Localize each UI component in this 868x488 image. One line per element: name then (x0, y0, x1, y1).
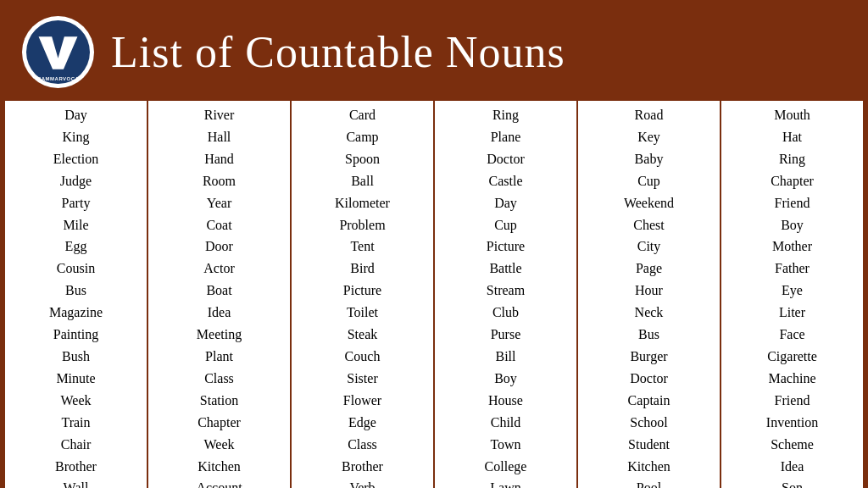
word-item: Liter (779, 302, 805, 324)
word-item: Bird (350, 258, 374, 280)
word-item: Battle (489, 258, 521, 280)
word-item: Cousin (57, 258, 95, 280)
word-item: River (204, 104, 235, 126)
word-item: Judge (60, 170, 92, 192)
word-item: Child (491, 412, 521, 434)
word-item: Invention (766, 412, 818, 434)
word-item: Card (349, 104, 376, 126)
word-item: Door (205, 236, 233, 258)
word-item: Camp (346, 126, 378, 148)
word-item: Week (60, 390, 91, 412)
word-item: Cup (494, 214, 517, 236)
word-item: Scheme (771, 434, 814, 456)
word-item: Picture (487, 236, 525, 258)
page-title: List of Countable Nouns (111, 27, 565, 77)
word-item: Cup (637, 170, 660, 192)
column-1: DayKingElectionJudgePartyMileEggCousinBu… (5, 101, 148, 488)
word-item: Castle (489, 170, 523, 192)
word-item: Hall (208, 126, 231, 148)
word-item: Boy (494, 368, 517, 390)
word-item: Hand (204, 148, 234, 170)
word-item: Brother (342, 456, 383, 478)
word-item: Page (636, 258, 662, 280)
word-item: Kitchen (627, 456, 670, 478)
word-item: Flower (343, 390, 381, 412)
word-item: Spoon (345, 148, 380, 170)
word-item: Year (207, 192, 231, 214)
word-item: Father (775, 258, 810, 280)
word-item: Hour (635, 280, 663, 302)
word-item: Day (494, 192, 517, 214)
word-item: Lawn (490, 477, 520, 488)
word-item: Account (196, 477, 242, 488)
word-item: Baby (635, 148, 664, 170)
word-item: Chapter (771, 170, 814, 192)
word-item: Train (61, 412, 90, 434)
word-item: Coat (206, 214, 231, 236)
word-item: Magazine (49, 302, 103, 324)
word-item: Meeting (197, 324, 242, 346)
word-item: Chair (61, 434, 92, 456)
word-item: Pool (637, 477, 661, 488)
word-item: Minute (56, 368, 95, 390)
logo-svg (35, 29, 81, 75)
word-item: Student (628, 434, 670, 456)
word-item: Plane (491, 126, 521, 148)
word-item: College (485, 456, 527, 478)
word-item: Verb (349, 477, 375, 488)
word-item: Bus (638, 324, 659, 346)
word-item: Mouth (774, 104, 810, 126)
word-item: Idea (781, 456, 804, 478)
word-item: Plant (205, 346, 233, 368)
word-item: Ring (779, 148, 805, 170)
column-6: MouthHatRingChapterFriendBoyMotherFather… (721, 101, 863, 488)
word-item: Weekend (624, 192, 674, 214)
word-item: Class (204, 368, 234, 390)
word-item: Face (779, 324, 804, 346)
column-3: CardCampSpoonBallKilometerProblemTentBir… (292, 101, 435, 488)
word-item: Mother (772, 236, 812, 258)
word-item: Burger (630, 346, 667, 368)
word-item: Steak (348, 324, 378, 346)
word-item: Bush (62, 346, 90, 368)
word-item: Town (490, 434, 520, 456)
word-item: Eye (782, 280, 803, 302)
word-item: Chapter (198, 412, 241, 434)
column-2: RiverHallHandRoomYearCoatDoorActorBoatId… (148, 101, 292, 488)
word-item: Picture (343, 280, 381, 302)
word-item: Ring (492, 104, 519, 126)
word-item: Son (782, 477, 803, 488)
word-item: Purse (491, 324, 521, 346)
content-area: DayKingElectionJudgePartyMileEggCousinBu… (5, 98, 863, 488)
word-item: Neck (635, 302, 664, 324)
word-item: Doctor (630, 368, 667, 390)
word-item: Boy (781, 214, 804, 236)
word-item: Ball (351, 170, 374, 192)
word-item: Week (203, 434, 234, 456)
word-item: Brother (55, 456, 97, 478)
word-item: Cigarette (767, 346, 817, 368)
word-item: Party (62, 192, 91, 214)
word-item: Toilet (347, 302, 378, 324)
word-item: Kitchen (198, 456, 241, 478)
word-item: Mile (63, 214, 88, 236)
word-item: Key (637, 126, 660, 148)
word-item: House (488, 390, 523, 412)
word-item: Stream (487, 280, 525, 302)
word-item: Club (492, 302, 519, 324)
word-item: Friend (775, 192, 810, 214)
word-item: Actor (203, 258, 234, 280)
word-item: Friend (775, 390, 810, 412)
word-item: King (63, 126, 90, 148)
page-wrapper: GRAMMARVOCAB List of Countable Nouns Day… (0, 0, 868, 488)
word-item: Machine (769, 368, 816, 390)
word-item: Boat (206, 280, 231, 302)
word-item: Problem (339, 214, 385, 236)
word-item: Bill (495, 346, 515, 368)
word-item: Edge (348, 412, 376, 434)
word-item: Day (64, 104, 87, 126)
word-item: Road (635, 104, 664, 126)
word-item: City (637, 236, 661, 258)
svg-marker-0 (39, 36, 78, 69)
column-5: RoadKeyBabyCupWeekendChestCityPageHourNe… (578, 101, 721, 488)
